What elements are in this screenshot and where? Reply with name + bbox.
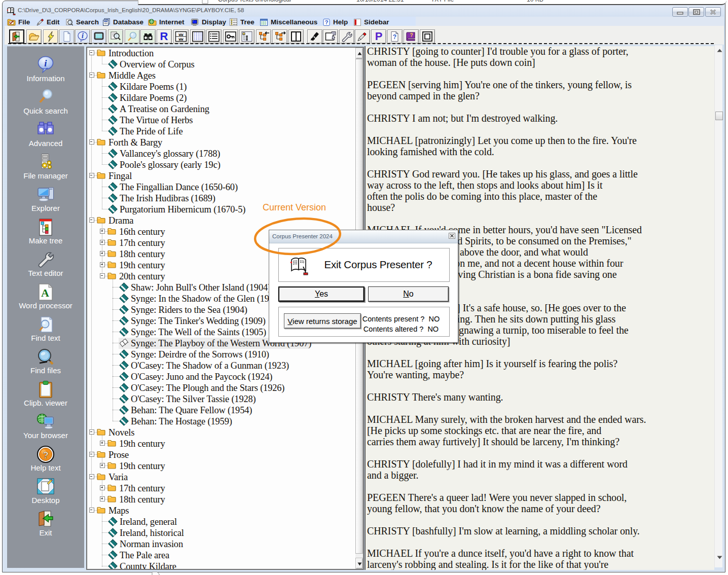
- svg-text:i: i: [44, 58, 47, 68]
- svg-text:?: ?: [43, 450, 49, 460]
- svg-text:WW: WW: [178, 38, 184, 42]
- svg-text:i: i: [82, 32, 84, 40]
- svg-text:?: ?: [410, 32, 413, 38]
- svg-text:A: A: [41, 286, 49, 299]
- svg-text:?: ?: [392, 33, 396, 41]
- svg-text:?: ?: [325, 19, 329, 25]
